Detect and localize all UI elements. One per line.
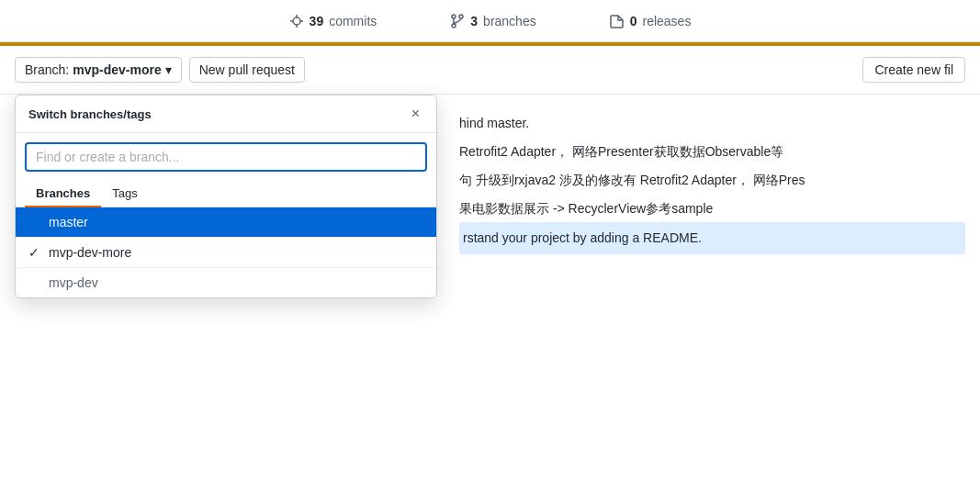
toolbar: Branch: mvp-dev-more ▾ New pull request … — [0, 46, 980, 95]
branch-list: master mvp-dev-more mvp-dev — [16, 207, 436, 297]
branch-name-mvp-dev: mvp-dev — [49, 275, 98, 290]
releases-stat[interactable]: 0 releases — [610, 13, 692, 28]
branches-label: branches — [483, 14, 536, 28]
search-wrapper — [16, 133, 436, 181]
chevron-down-icon: ▾ — [165, 62, 172, 77]
releases-icon — [610, 13, 625, 28]
releases-label: releases — [642, 14, 691, 28]
releases-count: 0 — [630, 14, 637, 28]
branch-item-master[interactable]: master — [16, 207, 436, 238]
commits-icon — [289, 13, 304, 28]
branches-count: 3 — [470, 14, 478, 28]
bg-line-4: 果电影数据展示 -> RecyclerView参考sample — [459, 195, 965, 223]
create-new-file-button[interactable]: Create new fil — [862, 57, 965, 83]
branch-name-master: master — [49, 215, 88, 229]
tabs-row: Branches Tags — [16, 181, 436, 207]
branches-icon — [450, 13, 465, 28]
svg-point-0 — [293, 17, 300, 25]
branch-selector[interactable]: Branch: mvp-dev-more ▾ — [15, 57, 182, 83]
branch-name-mvp-dev-more: mvp-dev-more — [49, 245, 131, 260]
branch-label: Branch: — [25, 62, 69, 77]
dropdown-title: Switch branches/tags — [28, 107, 152, 121]
tab-tags[interactable]: Tags — [101, 181, 148, 207]
commits-stat[interactable]: 39 commits — [289, 13, 377, 28]
branches-stat[interactable]: 3 branches — [450, 13, 535, 28]
bg-line-3: 句 升级到rxjava2 涉及的修改有 Retrofit2 Adapter， 网… — [459, 166, 965, 195]
bg-line-5: rstand your project by adding a README. — [459, 222, 965, 254]
branch-item-mvp-dev-more[interactable]: mvp-dev-more — [16, 238, 436, 268]
stats-bar: 39 commits 3 branches 0 releases — [0, 0, 980, 42]
branch-item-mvp-dev[interactable]: mvp-dev — [16, 268, 436, 297]
dropdown-header: Switch branches/tags × — [16, 95, 436, 133]
bg-line-1: hind master. — [459, 109, 965, 138]
commits-label: commits — [329, 14, 377, 28]
bg-line-2: Retrofit2 Adapter， 网络Presenter获取数据Observ… — [459, 138, 965, 166]
commits-count: 39 — [310, 14, 324, 28]
branch-name: mvp-dev-more — [73, 62, 161, 77]
new-pull-request-button[interactable]: New pull request — [189, 57, 305, 83]
branch-switcher-dropdown: Switch branches/tags × Branches Tags mas… — [15, 95, 437, 298]
branch-search-input[interactable] — [25, 142, 427, 172]
main-area: hind master. Retrofit2 Adapter， 网络Presen… — [0, 95, 980, 269]
close-dropdown-button[interactable]: × — [408, 105, 423, 123]
tab-branches[interactable]: Branches — [25, 181, 101, 207]
